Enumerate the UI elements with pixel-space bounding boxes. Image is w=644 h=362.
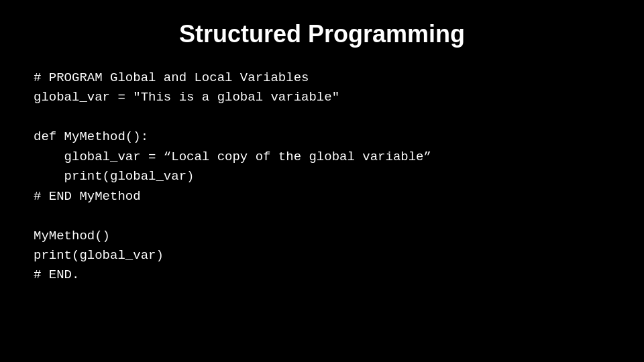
blank-line-1 [34,108,617,127]
code-line-8: print(global_var) [34,246,617,265]
code-line-7: MyMethod() [34,227,617,246]
blank-line-2 [34,206,617,226]
code-block: # PROGRAM Global and Local Variables glo… [27,68,617,286]
code-line-4: global_var = “Local copy of the global v… [34,147,617,167]
code-line-2: global_var = "This is a global variable" [34,88,617,107]
code-line-6: # END MyMethod [34,187,617,206]
page-title: Structured Programming [179,20,465,48]
code-line-5: print(global_var) [34,167,617,186]
code-line-9: # END. [34,265,617,285]
code-line-3: def MyMethod(): [34,127,617,147]
code-line-1: # PROGRAM Global and Local Variables [34,68,617,88]
